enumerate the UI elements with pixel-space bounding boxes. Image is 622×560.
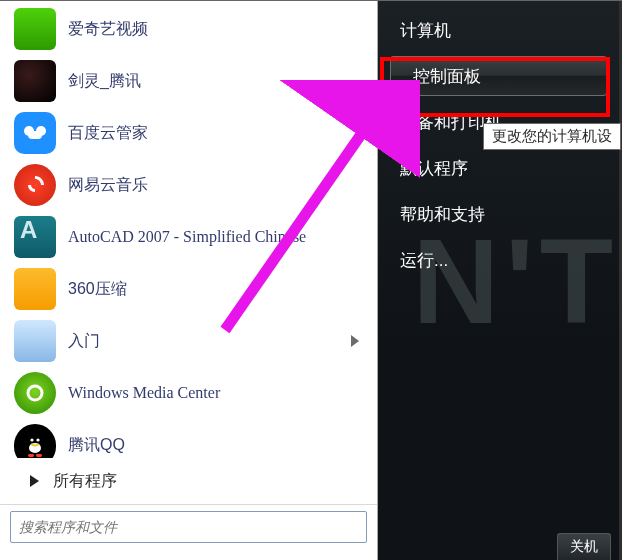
all-programs-button[interactable]: 所有程序 [0, 458, 377, 504]
svg-point-3 [28, 386, 42, 400]
netease-music-icon [14, 164, 56, 206]
app-item-autocad[interactable]: AutoCAD 2007 - Simplified Chinese [0, 211, 377, 263]
svg-point-6 [30, 438, 33, 441]
search-area [0, 504, 377, 560]
right-item-run[interactable]: 运行... [378, 237, 619, 283]
shutdown-button[interactable]: 关机 [557, 533, 611, 560]
shutdown-label: 关机 [570, 538, 598, 554]
right-item-label: 控制面板 [413, 65, 481, 88]
app-item-wmc[interactable]: Windows Media Center [0, 367, 377, 419]
right-item-label: 计算机 [400, 19, 451, 42]
autocad-icon [14, 216, 56, 258]
app-label: AutoCAD 2007 - Simplified Chinese [68, 227, 306, 247]
app-label: 360压缩 [68, 279, 127, 299]
search-input[interactable] [10, 511, 367, 543]
app-label: 入门 [68, 331, 100, 351]
svg-rect-9 [36, 454, 42, 457]
right-item-computer[interactable]: 计算机 [378, 7, 619, 53]
shutdown-area: 关机 [557, 520, 611, 560]
app-label: Windows Media Center [68, 383, 220, 403]
right-item-label: 帮助和支持 [400, 203, 485, 226]
right-item-label: 运行... [400, 249, 448, 272]
app-label: 腾讯QQ [68, 435, 125, 455]
app-label: 百度云管家 [68, 123, 148, 143]
triangle-right-icon [30, 475, 39, 487]
baidu-cloud-icon [14, 112, 56, 154]
app-item-baidu-cloud[interactable]: 百度云管家 [0, 107, 377, 159]
start-menu: 爱奇艺视频 剑灵_腾讯 百度云管家 网易云音乐 AutoCAD 2007 [0, 0, 622, 560]
wmc-icon [14, 372, 56, 414]
app-item-qq[interactable]: 腾讯QQ [0, 419, 377, 458]
app-label: 剑灵_腾讯 [68, 71, 141, 91]
app-item-blade-soul[interactable]: 剑灵_腾讯 [0, 55, 377, 107]
iqiyi-icon [14, 8, 56, 50]
right-item-help-support[interactable]: 帮助和支持 [378, 191, 619, 237]
tooltip: 更改您的计算机设 [483, 123, 621, 150]
app-label: 网易云音乐 [68, 175, 148, 195]
360zip-icon [14, 268, 56, 310]
right-item-control-panel[interactable]: 控制面板 [390, 56, 607, 96]
app-label: 爱奇艺视频 [68, 19, 148, 39]
right-item-default-programs[interactable]: 默认程序 [378, 145, 619, 191]
app-item-iqiyi[interactable]: 爱奇艺视频 [0, 3, 377, 55]
right-item-label: 默认程序 [400, 157, 468, 180]
app-item-getting-started[interactable]: 入门 [0, 315, 377, 367]
svg-point-7 [36, 438, 39, 441]
getting-started-icon [14, 320, 56, 362]
svg-rect-8 [28, 454, 34, 457]
all-programs-label: 所有程序 [53, 471, 117, 492]
tooltip-text: 更改您的计算机设 [492, 127, 612, 144]
pinned-apps-list: 爱奇艺视频 剑灵_腾讯 百度云管家 网易云音乐 AutoCAD 2007 [0, 3, 377, 458]
start-menu-left-panel: 爱奇艺视频 剑灵_腾讯 百度云管家 网易云音乐 AutoCAD 2007 [0, 1, 378, 560]
blade-soul-icon [14, 60, 56, 102]
qq-icon [14, 424, 56, 458]
app-item-netease-music[interactable]: 网易云音乐 [0, 159, 377, 211]
expand-arrow-icon [351, 335, 359, 347]
svg-rect-2 [28, 131, 42, 139]
app-item-360zip[interactable]: 360压缩 [0, 263, 377, 315]
start-menu-right-panel: N'T 计算机 控制面板 设备和打印机 默认程序 帮助和支持 运行... 关机 [378, 1, 622, 560]
